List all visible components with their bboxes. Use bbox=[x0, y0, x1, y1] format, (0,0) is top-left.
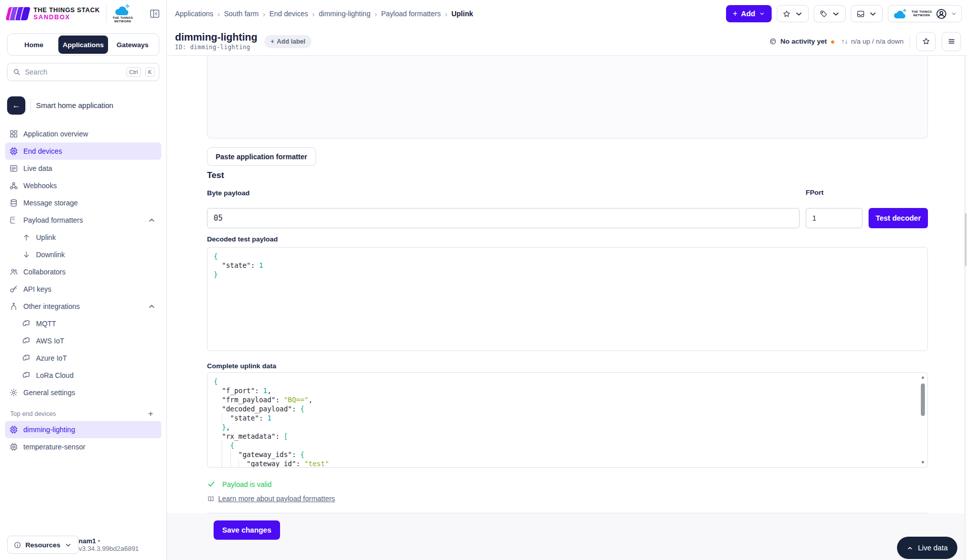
breadcrumb-item[interactable]: dimming-lighting bbox=[319, 10, 370, 18]
sidebar-item-webhooks[interactable]: Webhooks bbox=[5, 177, 161, 194]
back-button[interactable]: ← bbox=[7, 96, 25, 115]
top-end-devices-section: Top end devices + bbox=[10, 409, 156, 418]
breadcrumb-item[interactable]: End devices bbox=[269, 10, 308, 18]
sidebar-item-label: LoRa Cloud bbox=[36, 371, 74, 379]
sidebar-item-live-data[interactable]: Live data bbox=[5, 160, 161, 177]
test-decoder-button[interactable]: Test decoder bbox=[869, 208, 928, 228]
scroll-up-arrow-icon[interactable]: ▲ bbox=[922, 373, 924, 381]
tab-gateways[interactable]: Gateways bbox=[108, 36, 157, 54]
sidebar-item-mqtt[interactable]: MQTT bbox=[5, 315, 161, 332]
context-divider bbox=[30, 98, 31, 113]
search-box[interactable]: Ctrl K bbox=[7, 63, 159, 81]
bookmark-button[interactable] bbox=[916, 32, 936, 51]
code-line: { bbox=[214, 441, 914, 450]
hamburger-icon bbox=[947, 37, 956, 46]
header-divider bbox=[910, 35, 910, 48]
chevron-up-icon bbox=[147, 302, 156, 311]
entity-id: ID: dimming-lighting bbox=[175, 44, 257, 51]
sidebar-item-label: Live data bbox=[23, 164, 52, 172]
decoded-payload-output[interactable]: { "state": 1} bbox=[207, 247, 928, 351]
live-data-button[interactable]: Live data bbox=[897, 537, 957, 559]
tab-applications[interactable]: Applications bbox=[58, 36, 108, 54]
app-root: THE THINGS STACK SANDBOX THE THINGSNETWO… bbox=[0, 0, 967, 560]
sidebar-item-uplink[interactable]: Uplink bbox=[5, 229, 161, 246]
collaborators-icon bbox=[9, 267, 18, 276]
network-account-switcher[interactable]: THE THINGSNETWORK bbox=[888, 5, 962, 22]
menu-button[interactable] bbox=[942, 32, 961, 51]
add-device-icon[interactable]: + bbox=[148, 409, 153, 418]
payload-formatter-form: Paste application formatter Test Byte pa… bbox=[207, 56, 928, 513]
breadcrumb-separator-icon: › bbox=[218, 10, 220, 18]
breadcrumb-item: Uplink bbox=[452, 10, 473, 18]
cloud-icon bbox=[114, 4, 131, 16]
code-line: "state": 1 bbox=[214, 413, 914, 423]
save-changes-button[interactable]: Save changes bbox=[214, 520, 280, 540]
starred-dropdown[interactable] bbox=[777, 5, 809, 22]
complete-uplink-output[interactable]: ▲ ▼ { "f_port": 1, "frm_payload": "BQ=="… bbox=[207, 372, 928, 468]
sidebar-item-label: MQTT bbox=[36, 320, 56, 328]
code-line: "f_port": 1, bbox=[214, 386, 914, 395]
search-icon bbox=[13, 68, 21, 76]
shortcut-key-k: K bbox=[145, 67, 155, 77]
chevron-down-icon bbox=[832, 10, 840, 18]
no-activity-icon bbox=[769, 38, 777, 45]
sidebar-device-temperature-sensor[interactable]: temperature-sensor bbox=[5, 438, 161, 456]
breadcrumb-separator-icon: › bbox=[445, 10, 447, 18]
device-chip-icon bbox=[9, 442, 18, 451]
topbar-actions: + Add bbox=[726, 5, 962, 22]
resources-button[interactable]: Resources bbox=[7, 536, 79, 554]
tab-home[interactable]: Home bbox=[9, 36, 58, 54]
add-button[interactable]: + Add bbox=[726, 5, 772, 22]
resources-label: Resources bbox=[25, 541, 60, 549]
sidebar-item-downlink[interactable]: Downlink bbox=[5, 246, 161, 263]
sidebar-item-end-devices[interactable]: End devices bbox=[5, 143, 161, 160]
chevron-down-icon bbox=[951, 11, 957, 17]
sidebar-item-other-integrations[interactable]: Other integrations bbox=[5, 298, 161, 315]
breadcrumb-item[interactable]: Payload formatters bbox=[381, 10, 441, 18]
sidebar-item-label: dimming-lighting bbox=[23, 426, 75, 434]
sidebar-item-collaborators[interactable]: Collaborators bbox=[5, 263, 161, 281]
shortcut-key-ctrl: Ctrl bbox=[126, 67, 141, 77]
scrollbar-thumb[interactable] bbox=[921, 383, 925, 416]
content-area: Paste application formatter Test Byte pa… bbox=[167, 56, 967, 560]
search-input[interactable] bbox=[25, 68, 122, 76]
tags-dropdown[interactable] bbox=[814, 5, 846, 22]
sidebar-item-general-settings[interactable]: General settings bbox=[5, 384, 161, 401]
sidebar-item-aws-iot[interactable]: AWS IoT bbox=[5, 332, 161, 349]
breadcrumb-separator-icon: › bbox=[263, 10, 265, 18]
sidebar-item-application-overview[interactable]: Application overview bbox=[5, 125, 161, 143]
sidebar-item-api-keys[interactable]: API keys bbox=[5, 281, 161, 298]
sidebar-item-azure-iot[interactable]: Azure IoT bbox=[5, 349, 161, 367]
grid-icon bbox=[9, 129, 18, 138]
sidebar-item-message-storage[interactable]: Message storage bbox=[5, 194, 161, 212]
key-icon bbox=[9, 285, 18, 294]
paste-application-formatter-button[interactable]: Paste application formatter bbox=[207, 147, 316, 166]
byte-payload-input[interactable] bbox=[207, 208, 800, 228]
sidebar-item-payload-formatters[interactable]: Payload formatters bbox=[5, 212, 161, 229]
chevron-up-icon bbox=[907, 545, 913, 551]
plus-icon: + bbox=[270, 38, 274, 45]
breadcrumb-item[interactable]: Applications bbox=[175, 10, 214, 18]
brand-subtitle: SANDBOX bbox=[33, 14, 100, 21]
topbar: Applications›South farm›End devices›dimm… bbox=[167, 0, 967, 27]
page-scrollbar[interactable] bbox=[964, 56, 967, 560]
collapse-sidebar-icon[interactable] bbox=[149, 8, 160, 19]
breadcrumb-item[interactable]: South farm bbox=[224, 10, 259, 18]
formatter-code-editor[interactable] bbox=[207, 56, 928, 138]
add-label-button[interactable]: + Add label bbox=[264, 35, 312, 48]
inbox-dropdown[interactable] bbox=[851, 5, 883, 22]
page-scrollbar-thumb[interactable] bbox=[965, 213, 966, 266]
sidebar-device-dimming-lighting[interactable]: dimming-lighting bbox=[5, 421, 161, 438]
test-section-heading: Test bbox=[207, 170, 928, 181]
breadcrumb-separator-icon: › bbox=[374, 10, 377, 18]
things-stack-logo-icon bbox=[5, 6, 31, 21]
sidebar-item-label: Collaborators bbox=[23, 268, 65, 276]
scroll-down-arrow-icon[interactable]: ▼ bbox=[922, 459, 924, 467]
fport-label: FPort bbox=[806, 189, 862, 196]
chevron-down-icon bbox=[869, 10, 877, 18]
sidebar-item-lora-cloud[interactable]: LoRa Cloud bbox=[5, 367, 161, 384]
fport-input[interactable] bbox=[806, 208, 862, 228]
sidebar-item-label: Azure IoT bbox=[36, 354, 67, 362]
learn-more-link[interactable]: Learn more about payload formatters bbox=[218, 495, 335, 503]
uplink-scrollbar[interactable]: ▲ ▼ bbox=[919, 373, 927, 467]
